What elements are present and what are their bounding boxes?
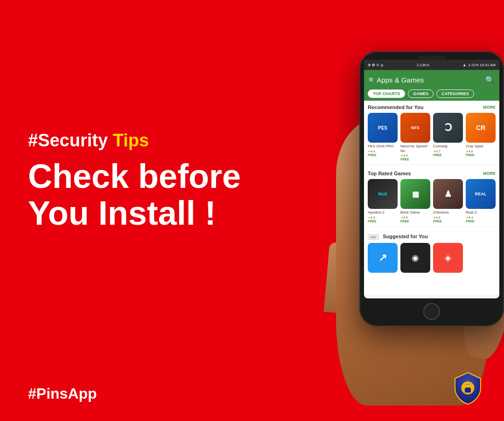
- app-thumb-nfs: NFS: [400, 113, 430, 143]
- app-name-checkers: Checkers: [433, 210, 463, 215]
- shield-badge: [450, 370, 485, 407]
- ads-title-group: Ads Suggested for You: [368, 232, 428, 240]
- suggested-app-2[interactable]: ◉: [400, 243, 430, 273]
- ads-section: Ads Suggested for You ↗ ◉ ◈: [364, 229, 499, 276]
- app-card-nfs[interactable]: NFS Need for Speed* No ★4.4 FREE: [400, 113, 430, 161]
- app-free-nfs: FREE: [400, 158, 430, 161]
- pins-app-text: #PinsApp: [28, 385, 97, 402]
- app-card-brick[interactable]: ▦ Brick Game ★4.6 FREE: [400, 179, 430, 223]
- app-rating-real3: ★4.4: [466, 216, 496, 220]
- app-thumb-curiosity: Ↄ: [433, 113, 463, 143]
- recommended-more[interactable]: MORE: [483, 105, 496, 110]
- play-content: Recommended for You MORE PES PES 2018 PR…: [364, 101, 499, 295]
- app-thumb-injustice: INJ2: [368, 179, 398, 209]
- app-name-brick: Brick Game: [400, 210, 430, 215]
- app-name-real3: Real 3: [466, 210, 496, 215]
- app-rating-injustice: ★4.3: [368, 216, 398, 220]
- search-icon[interactable]: 🔍: [485, 76, 495, 84]
- app-free-brick: FREE: [400, 220, 430, 223]
- app-card-real3[interactable]: REAL Real 3 ★4.4 FREE: [466, 179, 496, 223]
- app-thumb-brick: ▦: [400, 179, 430, 209]
- suggested-app-3[interactable]: ◈: [433, 243, 463, 273]
- headline-line1: Check before: [28, 158, 241, 195]
- tips-word: Tips: [113, 131, 149, 150]
- recommended-title: Recommended for You: [368, 104, 423, 110]
- top-rated-app-row: INJ2 Injustice 2 ★4.3 FREE ▦ Brick Game …: [368, 179, 496, 223]
- ads-label: Ads: [368, 234, 379, 240]
- top-rated-more[interactable]: MORE: [483, 171, 496, 176]
- app-card-checkers[interactable]: ♟ Checkers ★4.4 FREE: [433, 179, 463, 223]
- app-card-injustice[interactable]: INJ2 Injustice 2 ★4.3 FREE: [368, 179, 398, 223]
- hashtag-security: #Security: [28, 131, 108, 150]
- play-header: ≡ Apps & Games 🔍: [364, 70, 499, 90]
- app-card-pes[interactable]: PES PES 2018 PRO ★4.4 FREE: [368, 113, 398, 161]
- app-thumb-checkers: ♟: [433, 179, 463, 209]
- status-left-icons: ⊕ ✿ ⊙ ψ: [368, 63, 383, 67]
- app-free-curiosity: FREE: [433, 153, 463, 157]
- phone-wrapper: ⊕ ✿ ⊙ ψ 2.13K/s ▲ .ıl 21% 10:41 AM ≡ App…: [294, 23, 504, 406]
- app-free-pes: FREE: [368, 153, 398, 157]
- app-thumb-real3: REAL: [466, 179, 496, 209]
- app-name-nfs: Need for Speed* No: [400, 144, 430, 153]
- app-free-checkers: FREE: [433, 220, 463, 223]
- play-store-title: Apps & Games: [377, 76, 485, 84]
- status-speed: 2.13K/s: [417, 63, 429, 67]
- status-bar: ⊕ ✿ ⊙ ψ 2.13K/s ▲ .ıl 21% 10:41 AM: [364, 60, 499, 70]
- status-right-icons: ▲ .ıl 21% 10:41 AM: [462, 63, 496, 67]
- app-free-craz: FREE: [466, 153, 496, 157]
- app-rating-pes: ★4.4: [368, 150, 398, 153]
- app-name-injustice: Injustice 2: [368, 210, 398, 215]
- app-card-curiosity[interactable]: Ↄ Curiosity ★4.7 FREE: [433, 113, 463, 161]
- app-rating-craz: ★4.6: [466, 150, 496, 153]
- phone-screen: ⊕ ✿ ⊙ ψ 2.13K/s ▲ .ıl 21% 10:41 AM ≡ App…: [364, 60, 499, 298]
- camera-notch: [418, 56, 446, 60]
- app-free-injustice: FREE: [368, 220, 398, 223]
- shield-icon: [450, 370, 485, 405]
- app-thumb-pes: PES: [368, 113, 398, 143]
- app-rating-checkers: ★4.4: [433, 216, 463, 220]
- app-rating-nfs: ★4.4: [400, 154, 430, 158]
- suggested-title: Suggested for You: [383, 234, 428, 239]
- app-name-curiosity: Curiosity: [433, 144, 463, 149]
- tab-games[interactable]: GAMES: [408, 90, 434, 98]
- recommended-header: Recommended for You MORE: [368, 104, 496, 110]
- recommended-section: Recommended for You MORE PES PES 2018 PR…: [364, 101, 499, 163]
- bottom-left-label: #PinsApp: [28, 385, 97, 402]
- app-rating-curiosity: ★4.7: [433, 150, 463, 153]
- app-name-craz: Craz Spee: [466, 144, 496, 149]
- app-thumb-craz: CR: [466, 113, 496, 143]
- divider-1: [364, 165, 499, 165]
- tab-top-charts[interactable]: TOP CHARTS: [368, 90, 405, 98]
- app-rating-brick: ★4.6: [400, 216, 430, 220]
- svg-point-3: [466, 385, 469, 388]
- tab-bar: TOP CHARTS GAMES CATEGORIES: [364, 90, 499, 101]
- svg-rect-2: [465, 388, 471, 393]
- home-button[interactable]: [423, 303, 440, 320]
- tab-categories[interactable]: CATEGORIES: [436, 90, 474, 98]
- ads-header: Ads Suggested for You: [368, 232, 496, 240]
- phone-device: ⊕ ✿ ⊙ ψ 2.13K/s ▲ .ıl 21% 10:41 AM ≡ App…: [359, 51, 504, 326]
- app-card-craz[interactable]: CR Craz Spee ★4.6 FREE: [466, 113, 496, 161]
- ads-app-row: ↗ ◉ ◈: [368, 243, 496, 273]
- app-name-pes: PES 2018 PRO: [368, 144, 398, 149]
- security-tips-line: #Security Tips: [28, 131, 241, 151]
- recommended-app-row: PES PES 2018 PRO ★4.4 FREE NFS Need for …: [368, 113, 496, 161]
- top-rated-section: Top Rated Games MORE INJ2 Injustice 2 ★4…: [364, 167, 499, 225]
- left-content-area: #Security Tips Check before You Install …: [28, 131, 241, 232]
- hamburger-icon[interactable]: ≡: [369, 76, 373, 84]
- main-headline: Check before You Install !: [28, 158, 241, 232]
- headline-line2: You Install !: [28, 195, 241, 232]
- divider-2: [364, 227, 499, 227]
- top-rated-header: Top Rated Games MORE: [368, 171, 496, 176]
- app-free-real3: FREE: [466, 220, 496, 223]
- top-rated-title: Top Rated Games: [368, 171, 411, 176]
- suggested-app-1[interactable]: ↗: [368, 243, 398, 273]
